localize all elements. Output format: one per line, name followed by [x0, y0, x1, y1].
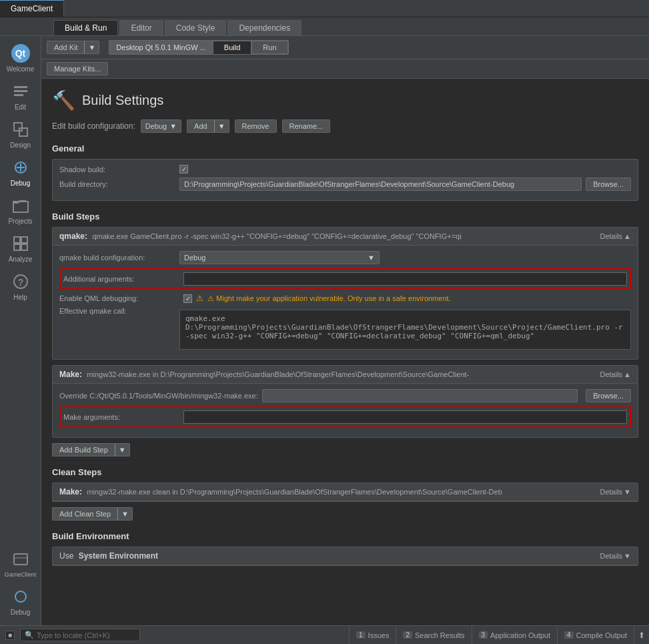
sidebar-item-label: Edit	[15, 103, 26, 111]
sidebar-item-gameclient[interactable]: GameClient	[2, 545, 39, 582]
remove-button[interactable]: Remove	[235, 119, 277, 133]
qmake-config-combo[interactable]: Debug ▼	[179, 251, 380, 264]
clean-make-card: Make: mingw32-make.exe clean in D:\Progr…	[52, 482, 638, 502]
analyze-icon	[10, 233, 31, 254]
svg-rect-3	[14, 123, 22, 131]
tab-code-style[interactable]: Code Style	[165, 20, 227, 35]
top-nav-tabs: Build & Run Editor Code Style Dependenci…	[0, 17, 649, 36]
add-config-split[interactable]: Add ▼	[187, 119, 229, 133]
additional-args-input[interactable]	[183, 272, 627, 286]
add-kit-dropdown[interactable]: ▼	[84, 41, 99, 54]
toolbar: Add Kit ▼ Desktop Qt 5.0.1 MinGW ... Bui…	[41, 36, 649, 59]
svg-rect-12	[21, 244, 27, 250]
window-tab-gameclient[interactable]: GameClient	[0, 0, 64, 17]
kit-name: Desktop Qt 5.0.1 MinGW ...	[109, 41, 213, 54]
build-run-tabs: Build Run	[213, 41, 288, 54]
enable-qml-checkbox[interactable]: ✓	[183, 294, 192, 303]
status-tab-search-results[interactable]: 2 Search Results	[396, 626, 471, 644]
general-card: Shadow build: ✓ Build directory: Browse.…	[52, 159, 638, 201]
welcome-icon: Qt	[10, 43, 31, 64]
add-kit-split-button[interactable]: Add Kit ▼	[47, 41, 99, 54]
shadow-build-checkbox[interactable]: ✓	[179, 165, 188, 174]
status-tab-issues[interactable]: 1 Issues	[349, 626, 396, 644]
add-config-dropdown[interactable]: ▼	[214, 119, 229, 133]
add-config-button[interactable]: Add	[187, 119, 214, 133]
sidebar-item-projects[interactable]: Projects	[0, 191, 41, 229]
add-clean-step-dropdown[interactable]: ▼	[117, 507, 133, 521]
tab-build-run[interactable]: Build & Run	[53, 20, 118, 35]
qmake-card-body: qmake build configuration: Debug ▼ Addit…	[53, 246, 638, 359]
manage-kits-bar: Manage Kits...	[41, 59, 649, 79]
clean-make-details-button[interactable]: Details ▼	[600, 488, 631, 496]
tab-dependencies[interactable]: Dependencies	[227, 20, 301, 35]
page-content: 🔨 Build Settings Edit build configuratio…	[41, 79, 649, 625]
svg-rect-0	[14, 86, 27, 88]
edit-icon	[10, 81, 31, 102]
shadow-build-row: Shadow build: ✓	[59, 165, 631, 174]
config-select[interactable]: Debug ▼	[141, 119, 181, 133]
tab-editor[interactable]: Editor	[119, 20, 163, 35]
build-env-details-button[interactable]: Details ▼	[600, 552, 631, 560]
status-tabs: 1 Issues 2 Search Results 3 Application …	[349, 626, 649, 644]
status-arrow-btn[interactable]: ⬆	[634, 626, 649, 644]
qmake-details-button[interactable]: Details ▲	[600, 232, 631, 240]
sidebar-item-label: Debug	[11, 180, 30, 187]
build-directory-row: Build directory: Browse...	[59, 178, 631, 191]
qmake-config-label: qmake build configuration:	[59, 254, 179, 262]
add-build-step-button[interactable]: Add Build Step	[52, 443, 115, 456]
design-icon	[10, 119, 31, 140]
add-kit-button[interactable]: Add Kit	[47, 41, 84, 54]
make-details-button[interactable]: Details ▲	[600, 370, 631, 378]
rename-button[interactable]: Rename...	[282, 119, 331, 133]
clean-make-label: Make: mingw32-make.exe clean in D:\Progr…	[59, 487, 502, 497]
search-icon: 🔍	[25, 631, 34, 639]
build-directory-label: Build directory:	[59, 180, 179, 188]
status-tab-app-output[interactable]: 3 Application Output	[472, 626, 557, 644]
debug-bottom-icon	[10, 586, 31, 607]
status-search-box[interactable]: 🔍	[20, 629, 140, 641]
build-tab[interactable]: Build	[213, 41, 251, 54]
make-card-body: Override C:/Qt/Qt5.0.1/Tools/MinGW/bin/m…	[53, 384, 638, 437]
window-tab-label: GameClient	[11, 4, 53, 13]
add-build-step-dropdown[interactable]: ▼	[115, 443, 130, 456]
effective-call-value: qmake.exe D:\Programming\Projects\Guardi…	[185, 314, 623, 340]
sidebar-item-analyze[interactable]: Analyze	[0, 229, 41, 267]
build-config-row: Edit build configuration: Debug ▼ Add ▼ …	[52, 119, 638, 133]
svg-rect-15	[14, 554, 27, 565]
build-env-label: Use System Environment	[59, 551, 158, 561]
make-args-input[interactable]	[183, 410, 627, 424]
manage-kits-button[interactable]: Manage Kits...	[47, 62, 108, 75]
svg-rect-10	[21, 237, 27, 243]
gameclient-icon	[10, 549, 31, 570]
general-section-title: General	[52, 143, 638, 153]
shadow-build-label: Shadow build:	[59, 166, 179, 174]
make-args-row: Make arguments:	[59, 406, 631, 428]
svg-rect-4	[19, 128, 27, 136]
override-browse-button[interactable]: Browse...	[586, 389, 631, 402]
sidebar-item-edit[interactable]: Edit	[0, 77, 41, 115]
qmake-config-row: qmake build configuration: Debug ▼	[59, 251, 631, 264]
build-dir-browse-button[interactable]: Browse...	[586, 178, 631, 191]
status-square-btn[interactable]: ■	[5, 631, 15, 640]
sidebar-item-design[interactable]: Design	[0, 115, 41, 153]
build-directory-input[interactable]	[179, 178, 582, 191]
sidebar-item-debug-bottom[interactable]: Debug	[2, 582, 39, 620]
sidebar-item-help[interactable]: ? Help	[0, 267, 41, 305]
status-tab-compile-output[interactable]: 4 Compile Output	[557, 626, 634, 644]
search-input[interactable]	[37, 631, 123, 639]
clean-make-header: Make: mingw32-make.exe clean in D:\Progr…	[53, 483, 638, 501]
add-clean-step-container: Add Clean Step ▼	[52, 507, 638, 521]
make-command-label: Make: mingw32-make.exe in D:\Programming…	[59, 370, 469, 379]
build-env-section-title: Build Environment	[52, 531, 638, 541]
effective-call-box: qmake.exe D:\Programming\Projects\Guardi…	[179, 310, 631, 350]
status-left: ■ 🔍	[0, 626, 145, 644]
hammer-icon: 🔨	[52, 89, 75, 111]
override-input[interactable]	[262, 389, 578, 402]
sidebar-item-debug[interactable]: Debug	[0, 153, 41, 191]
sidebar-item-label: Projects	[8, 218, 32, 225]
sidebar-item-welcome[interactable]: Qt Welcome	[0, 39, 41, 77]
run-tab[interactable]: Run	[251, 41, 287, 54]
add-clean-step-button[interactable]: Add Clean Step	[52, 507, 117, 521]
status-bar: ■ 🔍 1 Issues 2 Search Results 3 Applicat…	[0, 625, 649, 644]
enable-qml-label: Enable QML debugging:	[59, 294, 179, 302]
